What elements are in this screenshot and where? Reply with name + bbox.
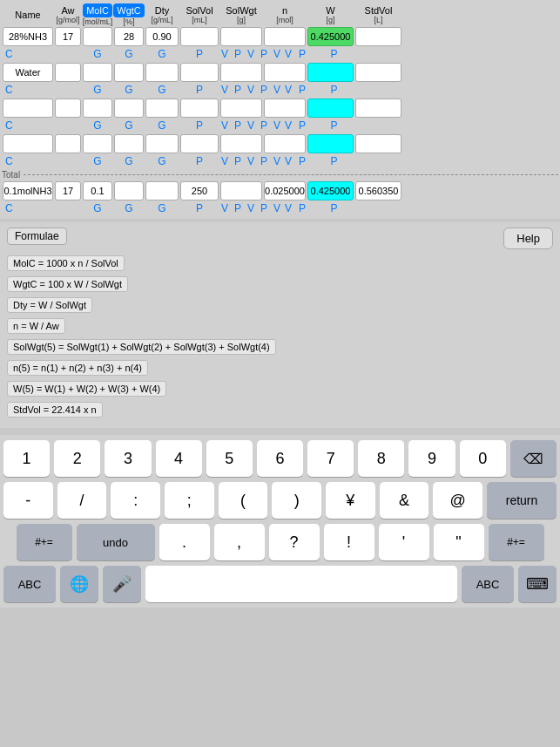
row1-w-v-btn[interactable]: V xyxy=(283,47,293,61)
total-molc-input[interactable] xyxy=(83,181,112,200)
kb-6[interactable]: 6 xyxy=(257,440,303,477)
row1-solwgt-input[interactable] xyxy=(220,27,262,46)
row4-n-input[interactable] xyxy=(264,134,306,153)
row2-solwgt-p-btn[interactable]: P xyxy=(233,83,243,97)
row1-molc-input[interactable] xyxy=(83,27,112,46)
total-solwgt-v-btn[interactable]: V xyxy=(246,201,256,215)
total-n-p-btn[interactable]: P xyxy=(259,201,269,215)
kb-abc-right[interactable]: ABC xyxy=(462,566,514,602)
row1-w-input[interactable] xyxy=(307,27,354,46)
kb-at[interactable]: @ xyxy=(433,482,482,519)
kb-5[interactable]: 5 xyxy=(206,440,253,477)
help-button[interactable]: Help xyxy=(503,227,553,249)
row2-n-input[interactable] xyxy=(264,63,306,82)
row2-n-v-btn[interactable]: V xyxy=(272,83,282,97)
row1-wgtc-g-btn[interactable]: G xyxy=(123,47,134,61)
row3-stdvol-input[interactable] xyxy=(355,98,401,118)
row3-solwgt-input[interactable] xyxy=(220,98,262,118)
row2-aw-input[interactable] xyxy=(55,63,81,82)
kb-lparen[interactable]: ( xyxy=(219,482,268,519)
row4-solvol-p-btn[interactable]: P xyxy=(194,154,205,168)
row2-molc-input[interactable] xyxy=(83,63,112,82)
row1-name-input[interactable] xyxy=(3,27,53,46)
row2-dty-input[interactable] xyxy=(145,63,179,82)
row3-aw-input[interactable] xyxy=(55,98,81,118)
row4-c-btn[interactable]: C xyxy=(3,154,15,168)
kb-7[interactable]: 7 xyxy=(307,440,354,477)
row1-n-v-btn[interactable]: V xyxy=(272,47,282,61)
row4-dty-input[interactable] xyxy=(145,134,179,153)
row2-w-input[interactable] xyxy=(307,63,354,82)
row2-stdvol-input[interactable] xyxy=(355,63,401,82)
kb-undo[interactable]: undo xyxy=(77,524,155,560)
kb-question[interactable]: ? xyxy=(269,524,320,560)
row4-solvol-input[interactable] xyxy=(180,134,219,153)
kb-space[interactable] xyxy=(145,566,457,602)
kb-3[interactable]: 3 xyxy=(105,440,151,477)
row3-wgtc-input[interactable] xyxy=(114,98,144,118)
row3-name-input[interactable] xyxy=(3,98,53,118)
row2-stdvol-p-btn[interactable]: P xyxy=(328,83,339,97)
row2-name-input[interactable] xyxy=(3,63,53,82)
total-solwgt-p-btn[interactable]: P xyxy=(233,201,243,215)
kb-amp[interactable]: & xyxy=(380,482,429,519)
row2-wgtc-input[interactable] xyxy=(114,63,144,82)
row2-solwgt-input[interactable] xyxy=(220,63,262,82)
kb-8[interactable]: 8 xyxy=(358,440,404,477)
total-w-p-btn[interactable]: P xyxy=(297,201,307,215)
row2-w-v-btn[interactable]: V xyxy=(283,83,293,97)
total-n-input[interactable] xyxy=(264,181,306,200)
row3-c-btn[interactable]: C xyxy=(3,119,15,132)
total-solvol-input[interactable] xyxy=(180,181,219,200)
kb-delete[interactable]: ⌫ xyxy=(510,440,557,477)
kb-mic[interactable]: 🎤 xyxy=(103,566,141,602)
kb-hashplus[interactable]: #+= xyxy=(17,524,72,560)
total-molc-g-btn[interactable]: G xyxy=(91,201,103,215)
row1-solvol-p-btn[interactable]: P xyxy=(194,47,205,61)
total-solvol-v-btn[interactable]: V xyxy=(219,201,230,215)
kb-hashplus2[interactable]: #+= xyxy=(489,524,544,560)
kb-0[interactable]: 0 xyxy=(460,440,506,477)
row3-n-p-btn[interactable]: P xyxy=(259,119,269,132)
row1-wgtc-input[interactable] xyxy=(114,27,144,46)
kb-slash[interactable]: / xyxy=(57,482,107,519)
total-stdvol-p-btn[interactable]: P xyxy=(328,201,339,215)
kb-apostrophe[interactable]: ' xyxy=(379,524,429,560)
kb-globe[interactable]: 🌐 xyxy=(60,566,98,602)
total-w-v-btn[interactable]: V xyxy=(283,201,293,215)
row3-w-p-btn[interactable]: P xyxy=(297,119,307,132)
kb-yen[interactable]: ¥ xyxy=(326,482,375,519)
row4-aw-input[interactable] xyxy=(55,134,81,153)
wgtc-tab-btn[interactable]: WgtC xyxy=(113,3,145,17)
row2-c-btn[interactable]: C xyxy=(3,83,15,97)
kb-colon[interactable]: : xyxy=(111,482,160,519)
kb-4[interactable]: 4 xyxy=(156,440,202,477)
row2-w-p-btn[interactable]: P xyxy=(297,83,307,97)
row1-dty-g-btn[interactable]: G xyxy=(156,47,167,61)
row1-n-input[interactable] xyxy=(264,27,306,46)
row1-solwgt-p-btn[interactable]: P xyxy=(233,47,243,61)
row2-dty-g-btn[interactable]: G xyxy=(156,83,167,97)
row1-dty-input[interactable] xyxy=(145,27,179,46)
row4-name-input[interactable] xyxy=(3,134,53,153)
total-wgtc-g-btn[interactable]: G xyxy=(123,201,134,215)
total-c-btn[interactable]: C xyxy=(3,201,15,215)
row1-solwgt-v-btn[interactable]: V xyxy=(246,47,256,61)
row1-n-p-btn[interactable]: P xyxy=(259,47,269,61)
total-solwgt-input[interactable] xyxy=(220,181,262,200)
row4-n-p-btn[interactable]: P xyxy=(259,154,269,168)
row2-solvol-v-btn[interactable]: V xyxy=(219,83,230,97)
kb-period[interactable]: . xyxy=(159,524,210,560)
row4-solwgt-p-btn[interactable]: P xyxy=(233,154,243,168)
row4-wgtc-input[interactable] xyxy=(114,134,144,153)
total-wgtc-input[interactable] xyxy=(114,181,144,200)
total-n-v-btn[interactable]: V xyxy=(272,201,282,215)
kb-quote[interactable]: " xyxy=(434,524,484,560)
total-dty-g-btn[interactable]: G xyxy=(156,201,167,215)
total-aw-input[interactable] xyxy=(55,181,81,200)
row4-wgtc-g-btn[interactable]: G xyxy=(123,154,134,168)
row3-solvol-input[interactable] xyxy=(180,98,219,118)
row3-solvol-v-btn[interactable]: V xyxy=(219,119,230,132)
row1-stdvol-p-btn[interactable]: P xyxy=(328,47,339,61)
row1-molc-g-btn[interactable]: G xyxy=(91,47,103,61)
